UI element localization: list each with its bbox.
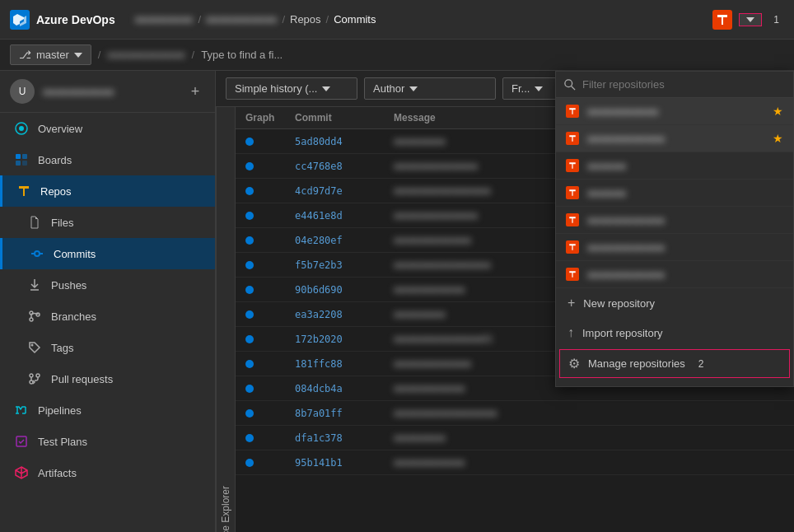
commit-hash[interactable]: ea3a2208 (295, 309, 394, 320)
add-button[interactable]: + (185, 82, 205, 101)
sidebar-item-repos[interactable]: Repos (0, 175, 215, 207)
commit-dot (245, 187, 254, 195)
sidebar-item-pushes[interactable]: Pushes (0, 269, 215, 301)
repo-path: ●●●●●●●●●●●● (107, 49, 184, 61)
commits-icon (29, 245, 45, 262)
repo-item[interactable]: ●●●●●●●●●●●● (556, 234, 793, 261)
sidebar-item-files[interactable]: Files (0, 207, 215, 238)
action-label-import-repo: Import repository (582, 327, 663, 339)
sidebar-item-pull-requests[interactable]: Pull requests (0, 363, 215, 394)
repo-icon (566, 240, 579, 254)
svg-point-15 (30, 380, 33, 384)
star-icon[interactable]: ★ (773, 105, 783, 118)
repo-item[interactable]: ●●●●●● (556, 152, 793, 180)
sidebar-item-test-plans[interactable]: Test Plans (0, 426, 215, 457)
sidebar-item-boards[interactable]: Boards (0, 144, 215, 175)
azure-devops-icon (10, 10, 30, 30)
commit-hash[interactable]: cc4768e8 (295, 161, 394, 172)
svg-point-16 (36, 374, 40, 377)
sidebar-label-pushes: Pushes (51, 279, 86, 292)
sidebar-item-branches[interactable]: Branches (0, 301, 215, 332)
source-explorer-label: Source Explorer (220, 486, 231, 532)
commit-hash[interactable]: 04e280ef (295, 235, 394, 246)
breadcrumb-repos[interactable]: Repos (290, 13, 321, 26)
sidebar-item-pipelines[interactable]: Pipelines (0, 394, 215, 426)
sidebar: U ●●●●●●●●●●● + Overview (0, 71, 216, 532)
repos-filter-input[interactable] (582, 78, 785, 91)
commit-hash[interactable]: 172b2020 (295, 334, 394, 345)
author-chevron-icon (409, 86, 418, 91)
commit-hash[interactable]: e4461e8d (295, 210, 394, 222)
main-content: Simple history (... Author Fr... (216, 71, 794, 532)
star-icon[interactable]: ★ (773, 132, 783, 145)
test-plans-icon (13, 433, 30, 450)
breadcrumb-sep3: / (326, 13, 329, 26)
sidebar-label-pipelines: Pipelines (38, 404, 82, 417)
artifacts-icon (13, 464, 30, 481)
repo-item[interactable]: ●●●●●●●●●●●● ★ (556, 125, 793, 152)
branch-icon: ⎇ (19, 49, 31, 61)
table-row[interactable]: 95b141b1 ●●●●●●●●●●● (236, 450, 794, 475)
commit-hash[interactable]: 90b6d690 (295, 284, 394, 296)
commit-hash[interactable]: 084dcb4a (295, 383, 394, 394)
topbar-badge: 1 (768, 12, 784, 27)
commit-message: ●●●●●●●●●●● (394, 456, 784, 469)
source-explorer-tab[interactable]: Source Explorer (216, 107, 236, 532)
repo-item[interactable]: ●●●●●● (556, 180, 793, 207)
sidebar-item-overview[interactable]: Overview (0, 113, 215, 144)
repos-dropdown-button[interactable] (739, 13, 762, 26)
commit-hash[interactable]: f5b7e2b3 (295, 259, 394, 271)
repo-icon (566, 213, 579, 226)
repo-item[interactable]: ●●●●●●●●●●●● (556, 261, 793, 288)
history-chevron-icon (322, 86, 330, 91)
history-filter-button[interactable]: Simple history (... (226, 77, 357, 100)
sidebar-label-tags: Tags (51, 342, 73, 354)
breadcrumb-org[interactable]: ●●●●●●●●● (135, 13, 194, 26)
path-sep: / (98, 49, 101, 61)
breadcrumb-project[interactable]: ●●●●●●●●●●● (206, 13, 277, 26)
history-filter-label: Simple history (... (235, 82, 317, 95)
sidebar-label-artifacts: Artifacts (38, 467, 77, 479)
sidebar-label-commits: Commits (54, 248, 96, 260)
breadcrumb-sep1: / (198, 13, 201, 26)
commit-dot (245, 138, 254, 146)
repo-name: ●●●●●● (587, 187, 783, 199)
sidebar-item-artifacts[interactable]: Artifacts (0, 457, 215, 488)
svg-rect-5 (16, 161, 21, 166)
sidebar-label-branches: Branches (51, 310, 96, 323)
repo-name: ●●●●●●●●●●●● (587, 268, 783, 281)
commit-hash[interactable]: 181ffc88 (295, 358, 394, 370)
branch-selector[interactable]: ⎇ master (10, 44, 91, 65)
table-row[interactable]: 8b7a01ff ●●●●●●●●●●●●●●●● (236, 401, 794, 426)
commit-hash[interactable]: 4cd97d7e (295, 185, 394, 197)
breadcrumb-commits: Commits (334, 13, 376, 26)
sidebar-item-tags[interactable]: Tags (0, 332, 215, 363)
repos-icon (16, 183, 32, 199)
commit-hash[interactable]: 8b7a01ff (295, 408, 394, 419)
dropdown-action-import-repo[interactable]: ↑ Import repository (556, 318, 793, 348)
tags-icon (26, 339, 43, 356)
commit-hash[interactable]: 5ad80dd4 (295, 136, 394, 147)
commit-message: ●●●●●●●●●●●●●●●● (394, 407, 784, 419)
commit-dot (245, 212, 254, 220)
app-title: Azure DevOps (36, 13, 115, 26)
repo-item[interactable]: ●●●●●●●●●●●● (556, 207, 793, 234)
graph-cell (245, 236, 295, 245)
commit-dot (245, 162, 254, 170)
sidebar-item-commits[interactable]: Commits (0, 238, 215, 269)
table-row[interactable]: dfa1c378 ●●●●●●●● (236, 426, 794, 450)
commit-hash[interactable]: 95b141b1 (295, 457, 394, 469)
author-filter-label: Author (373, 82, 404, 95)
repo-item[interactable]: ●●●●●●●●●●● ★ (556, 98, 793, 125)
dropdown-action-manage-repos[interactable]: ⚙ Manage repositories 2 (559, 349, 790, 378)
svg-point-14 (30, 374, 33, 377)
dropdown-action-new-repo[interactable]: + New repository (556, 288, 793, 318)
author-filter-button[interactable]: Author (364, 77, 496, 100)
graph-cell (245, 409, 295, 418)
action-label-manage-repos: Manage repositories (588, 357, 685, 370)
graph-cell (245, 434, 295, 442)
commit-hash[interactable]: dfa1c378 (295, 432, 394, 444)
graph-cell (245, 162, 295, 170)
topbar: Azure DevOps ●●●●●●●●● / ●●●●●●●●●●● / R… (0, 0, 794, 40)
graph-cell (245, 212, 295, 220)
